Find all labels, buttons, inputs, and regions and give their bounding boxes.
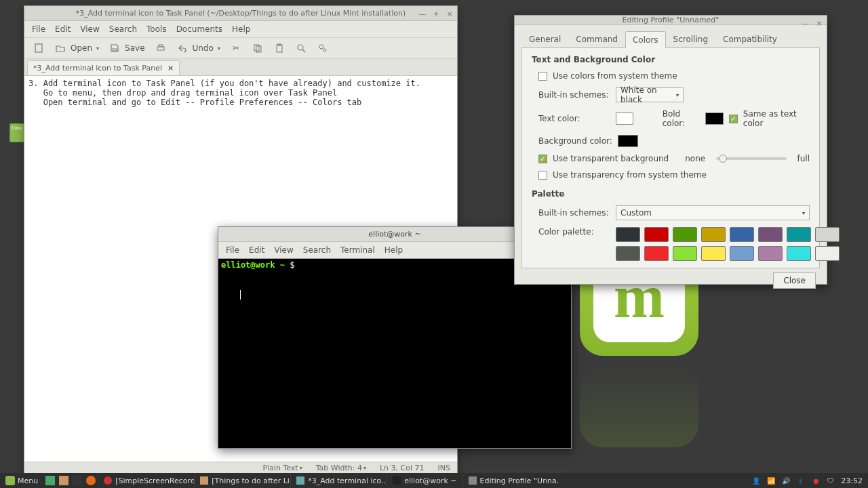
print-icon[interactable] (155, 42, 167, 54)
system-tray: 👤 📶 🔊 ᛒ ● 🛡 23:52 (746, 473, 868, 488)
gedit-statusbar: Plain Text ▾ Tab Width: 4 ▾ Ln 3, Col 71… (24, 462, 457, 474)
text-color-chip[interactable] (616, 113, 633, 125)
background-color-chip[interactable] (618, 135, 638, 147)
builtin-schemes-select[interactable]: White on black▾ (616, 87, 684, 102)
svg-line-9 (302, 49, 305, 52)
find-replace-icon[interactable] (317, 42, 329, 54)
palette-color-2[interactable] (673, 227, 697, 242)
same-as-text-checkbox[interactable]: ✓ (729, 115, 738, 123)
menu-tools[interactable]: Tools (143, 23, 170, 35)
menu-search[interactable]: Search (300, 244, 334, 256)
tab-close-icon[interactable]: × (167, 64, 174, 73)
bold-color-chip[interactable] (705, 113, 723, 125)
palette-color-7[interactable] (815, 227, 840, 242)
undo-label: Undo (193, 43, 214, 53)
open-button[interactable]: Open ▾ (54, 42, 99, 54)
palette-color-13[interactable] (758, 246, 783, 261)
menu-help[interactable]: Help (381, 244, 406, 256)
wifi-icon[interactable]: 📶 (766, 476, 776, 485)
menu-view[interactable]: View (271, 244, 296, 256)
copy-icon[interactable] (252, 42, 264, 54)
prefs-titlebar[interactable]: Editing Profile "Unnamed" — × (515, 16, 827, 25)
task-prefs[interactable]: Editing Profile "Unna... (462, 473, 559, 488)
palette-color-0[interactable] (616, 227, 640, 242)
palette-color-12[interactable] (730, 246, 754, 261)
menu-search[interactable]: Search (106, 23, 140, 35)
menu-help[interactable]: Help (229, 23, 254, 35)
menu-edit[interactable]: Edit (52, 23, 74, 35)
tab-scrolling[interactable]: Scrolling (666, 30, 715, 47)
use-system-colors-checkbox[interactable] (538, 72, 547, 81)
menu-view[interactable]: View (77, 23, 102, 35)
palette-color-11[interactable] (701, 246, 726, 261)
terminal-launcher[interactable] (71, 473, 84, 488)
transparency-slider[interactable] (716, 157, 786, 160)
palette-color-1[interactable] (644, 227, 669, 242)
menu-edit[interactable]: Edit (245, 244, 268, 256)
tab-compatibility[interactable]: Compatibility (715, 30, 785, 47)
palette-color-3[interactable] (701, 227, 726, 242)
maximize-icon[interactable]: + (431, 9, 441, 18)
gedit-titlebar[interactable]: *3_Add terminal icon to Task Panel (~/De… (24, 6, 457, 21)
status-syntax[interactable]: Plain Text ▾ (262, 464, 302, 472)
chevron-down-icon[interactable]: ▾ (96, 45, 99, 52)
paste-icon[interactable] (273, 42, 285, 54)
minimize-icon[interactable]: — (418, 9, 427, 18)
close-icon[interactable]: × (814, 18, 824, 28)
close-icon[interactable]: × (445, 9, 454, 18)
menu-file[interactable]: File (28, 23, 49, 35)
menu-terminal[interactable]: Terminal (337, 244, 378, 256)
folder-icon (200, 476, 208, 485)
palette-color-14[interactable] (787, 246, 811, 261)
save-icon (108, 42, 121, 54)
clock[interactable]: 23:52 (841, 476, 863, 485)
firefox-launcher[interactable] (84, 473, 98, 488)
use-transparent-bg-checkbox[interactable]: ✓ (538, 155, 547, 163)
prefs-title: Editing Profile "Unnamed" (623, 16, 719, 24)
menu-file[interactable]: File (222, 244, 243, 256)
menu-documents[interactable]: Documents (173, 23, 226, 35)
desktop-icon[interactable]: Linu (9, 123, 24, 142)
profile-preferences-dialog: Editing Profile "Unnamed" — × General Co… (514, 15, 827, 285)
status-tabwidth[interactable]: Tab Width: 4 ▾ (316, 464, 366, 472)
new-document-icon[interactable] (33, 42, 45, 54)
user-icon[interactable]: 👤 (751, 476, 761, 485)
palette-color-8[interactable] (616, 246, 640, 261)
close-button[interactable]: Close (773, 272, 816, 289)
terminal-title: elliot@work ~ (368, 230, 420, 239)
task-gedit[interactable]: *3_Add terminal ico... (290, 473, 387, 488)
undo-icon (176, 42, 189, 54)
undo-button[interactable]: Undo ▾ (176, 42, 220, 54)
palette-color-5[interactable] (758, 227, 783, 242)
tab-colors[interactable]: Colors (625, 31, 666, 48)
palette-color-10[interactable] (673, 246, 697, 261)
mint-logo-reflection (580, 366, 698, 447)
svg-rect-0 (35, 44, 42, 52)
use-sys-transparency-checkbox[interactable] (538, 171, 547, 180)
palette-builtin-select[interactable]: Custom▾ (616, 205, 810, 220)
save-button[interactable]: Save (108, 42, 144, 54)
palette-builtin-label: Built-in schemes: (538, 208, 610, 218)
find-icon[interactable] (295, 42, 307, 54)
menu-button[interactable]: Menu (0, 473, 43, 488)
task-terminal[interactable]: elliot@work ~ (387, 473, 462, 488)
show-desktop-launcher[interactable] (43, 473, 57, 488)
tab-general[interactable]: General (521, 30, 568, 47)
palette-color-4[interactable] (730, 227, 754, 242)
minimize-icon[interactable]: — (801, 18, 810, 28)
palette-color-9[interactable] (644, 246, 669, 261)
palette-color-6[interactable] (787, 227, 811, 242)
document-tab[interactable]: *3_Add terminal icon to Task Panel × (27, 60, 180, 75)
task-folder[interactable]: [Things to do after Li... (194, 473, 290, 488)
cut-icon[interactable]: ✂ (230, 42, 242, 54)
tab-command[interactable]: Command (568, 30, 625, 47)
palette-color-15[interactable] (815, 246, 840, 261)
mint-menu-icon (5, 476, 15, 485)
record-icon[interactable]: ● (811, 476, 821, 485)
shield-icon[interactable]: 🛡 (826, 476, 835, 485)
bluetooth-icon[interactable]: ᛒ (796, 476, 806, 485)
files-launcher[interactable] (57, 473, 71, 488)
chevron-down-icon[interactable]: ▾ (218, 45, 220, 52)
volume-icon[interactable]: 🔊 (781, 476, 791, 485)
task-screenrecorder[interactable]: [SimpleScreenRecord... (98, 473, 194, 488)
